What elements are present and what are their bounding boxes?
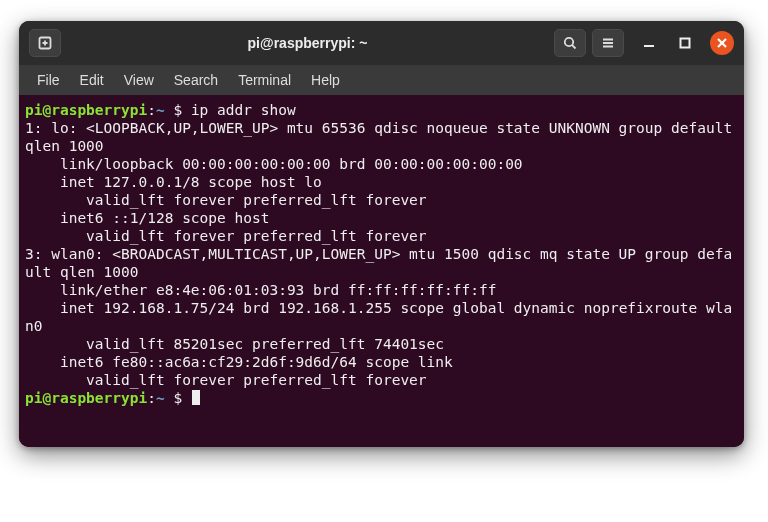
titlebar[interactable]: pi@raspberrypi: ~ xyxy=(19,21,744,65)
new-tab-icon xyxy=(37,35,53,51)
minimize-icon xyxy=(643,37,655,49)
terminal-window: pi@raspberrypi: ~ xyxy=(19,21,744,447)
prompt-dollar-2: $ xyxy=(165,390,191,406)
menu-view[interactable]: View xyxy=(114,68,164,92)
command-output: 1: lo: <LOOPBACK,UP,LOWER_UP> mtu 65536 … xyxy=(25,120,741,388)
prompt-colon: : xyxy=(147,102,156,118)
menu-terminal[interactable]: Terminal xyxy=(228,68,301,92)
prompt-user-2: pi@raspberrypi xyxy=(25,390,147,406)
terminal-body[interactable]: pi@raspberrypi:~ $ ip addr show 1: lo: <… xyxy=(19,95,744,447)
menu-search[interactable]: Search xyxy=(164,68,228,92)
cursor xyxy=(192,390,200,405)
window-title: pi@raspberrypi: ~ xyxy=(67,35,548,51)
hamburger-menu-button[interactable] xyxy=(592,29,624,57)
prompt-colon-2: : xyxy=(147,390,156,406)
hamburger-icon xyxy=(600,35,616,51)
close-button[interactable] xyxy=(710,31,734,55)
search-button[interactable] xyxy=(554,29,586,57)
minimize-button[interactable] xyxy=(638,32,660,54)
new-tab-button[interactable] xyxy=(29,29,61,57)
svg-point-3 xyxy=(565,38,573,46)
svg-line-4 xyxy=(572,45,575,48)
search-icon xyxy=(562,35,578,51)
maximize-icon xyxy=(679,37,691,49)
close-icon xyxy=(717,38,727,48)
prompt-dollar: $ xyxy=(165,102,191,118)
svg-rect-9 xyxy=(681,39,690,48)
prompt-path-2: ~ xyxy=(156,390,165,406)
menu-edit[interactable]: Edit xyxy=(70,68,114,92)
prompt-path: ~ xyxy=(156,102,165,118)
menu-help[interactable]: Help xyxy=(301,68,350,92)
prompt-user: pi@raspberrypi xyxy=(25,102,147,118)
maximize-button[interactable] xyxy=(674,32,696,54)
menu-file[interactable]: File xyxy=(27,68,70,92)
menubar: File Edit View Search Terminal Help xyxy=(19,65,744,95)
command-text: ip addr show xyxy=(191,102,296,118)
window-controls xyxy=(638,31,734,55)
